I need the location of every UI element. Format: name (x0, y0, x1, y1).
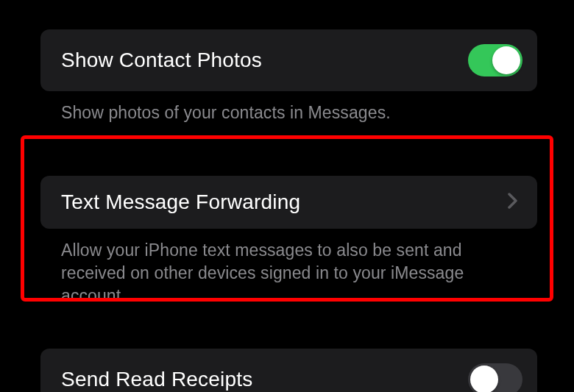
row-text-message-forwarding[interactable]: Text Message Forwarding (40, 176, 537, 229)
label-send-read-receipts: Send Read Receipts (61, 368, 252, 391)
label-text-message-forwarding: Text Message Forwarding (61, 190, 300, 214)
label-show-contact-photos: Show Contact Photos (61, 49, 262, 72)
toggle-knob (492, 46, 520, 74)
toggle-show-contact-photos[interactable] (468, 44, 522, 76)
row-show-contact-photos[interactable]: Show Contact Photos (40, 29, 537, 91)
description-text-message-forwarding: Allow your iPhone text messages to also … (40, 229, 537, 307)
toggle-send-read-receipts[interactable] (468, 363, 522, 392)
toggle-knob (470, 366, 498, 392)
chevron-right-icon (508, 193, 518, 212)
row-send-read-receipts[interactable]: Send Read Receipts (40, 349, 537, 392)
section-text-forwarding: Text Message Forwarding Allow your iPhon… (40, 176, 537, 307)
section-read-receipts: Send Read Receipts (40, 349, 537, 392)
settings-list: Show Contact Photos Show photos of your … (0, 0, 574, 392)
description-show-contact-photos: Show photos of your contacts in Messages… (40, 91, 537, 124)
section-contact-photos: Show Contact Photos Show photos of your … (40, 29, 537, 124)
